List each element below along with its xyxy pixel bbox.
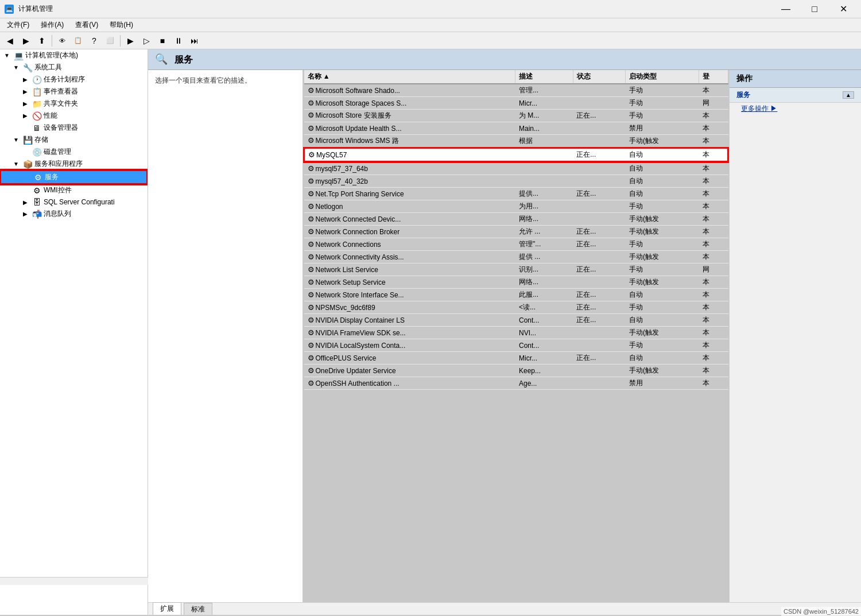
table-row[interactable]: ⚙Network Store Interface Se...此服...正在...… <box>304 289 728 301</box>
table-row[interactable]: ⚙Microsoft Windows SMS 路根据手动(触发本 <box>304 135 728 148</box>
action-sub-label: 服务 <box>736 90 750 100</box>
expand-wmi[interactable] <box>21 186 30 195</box>
expand-tasks[interactable]: ▶ <box>21 75 30 84</box>
left-scrollbar[interactable] <box>0 577 148 585</box>
up-button[interactable]: ⬆ <box>34 34 49 48</box>
expand-root[interactable]: ▼ <box>2 51 11 60</box>
action-expand-button[interactable]: ▲ <box>843 91 854 99</box>
table-row[interactable]: ⚙OpenSSH Authentication ...Age...禁用本 <box>304 377 728 390</box>
expand-events[interactable]: ▶ <box>21 87 30 96</box>
gear-icon: ⚙ <box>308 290 315 299</box>
table-row[interactable]: ⚙Network Setup Service网络...手动(触发本 <box>304 276 728 289</box>
col-header-status[interactable]: 状态 <box>573 70 626 84</box>
play-button[interactable]: ▶ <box>123 34 138 48</box>
service-desc-cell <box>515 148 573 162</box>
service-desc-cell: Age... <box>515 377 573 390</box>
tree-item-msmq[interactable]: ▶ 📬 消息队列 <box>0 208 148 220</box>
table-row[interactable]: ⚙Network Connectivity Assis...提供 ...手动(触… <box>304 251 728 264</box>
tree-item-services[interactable]: ⚙ 服务 <box>0 170 148 184</box>
table-row[interactable]: ⚙mysql57_40_32b自动本 <box>304 175 728 188</box>
table-row[interactable]: ⚙NVIDIA FrameView SDK se...NVI...手动(触发本 <box>304 327 728 339</box>
expand-device[interactable] <box>21 123 30 133</box>
tree-item-performance[interactable]: ▶ 🚫 性能 <box>0 110 148 122</box>
gear-icon: ⚙ <box>308 86 315 95</box>
help-button[interactable]: ? <box>87 34 102 48</box>
table-row[interactable]: ⚙MySQL57正在...自动本 <box>304 148 728 162</box>
tab-extend[interactable]: 扩展 <box>153 602 181 615</box>
tree-item-disk[interactable]: 💿 磁盘管理 <box>0 146 148 158</box>
tree-item-device[interactable]: 🖥 设备管理器 <box>0 122 148 134</box>
stop-button[interactable]: ■ <box>155 34 170 48</box>
expand-storage[interactable]: ▼ <box>11 135 21 145</box>
title-bar: 💻 计算机管理 — □ ✕ <box>0 0 861 18</box>
properties-button[interactable]: ⬜ <box>103 34 118 48</box>
table-row[interactable]: ⚙Network Connection Broker允许 ...正在...手动(… <box>304 226 728 238</box>
col-header-startup[interactable]: 启动类型 <box>626 70 699 84</box>
tab-standard[interactable]: 标准 <box>184 603 212 615</box>
separator-2 <box>120 35 121 47</box>
gear-icon: ⚙ <box>308 124 315 133</box>
table-row[interactable]: ⚙Microsoft Storage Spaces S...Micr...手动网 <box>304 97 728 110</box>
menu-bar: 文件(F) 操作(A) 查看(V) 帮助(H) <box>0 18 861 32</box>
service-desc-cell <box>515 175 573 188</box>
service-name: Microsoft Update Health S... <box>316 125 402 133</box>
expand-shared[interactable]: ▶ <box>21 99 30 109</box>
menu-view[interactable]: 查看(V) <box>71 19 103 31</box>
table-row[interactable]: ⚙NVIDIA Display Container LSCont...正在...… <box>304 314 728 327</box>
export-button[interactable]: 📋 <box>71 34 86 48</box>
tree-item-root[interactable]: ▼ 💻 计算机管理(本地) <box>0 49 148 61</box>
tree-item-shared[interactable]: ▶ 📁 共享文件夹 <box>0 98 148 110</box>
show-hide-button[interactable]: 👁 <box>55 34 69 48</box>
forward-button[interactable]: ▶ <box>18 34 33 48</box>
tree-item-events[interactable]: ▶ 📋 事件查看器 <box>0 86 148 98</box>
tree-item-wmi[interactable]: ⚙ WMI控件 <box>0 184 148 196</box>
service-name-cell: ⚙OfficePLUS Service <box>304 352 515 365</box>
table-row[interactable]: ⚙Microsoft Software Shado...管理...手动本 <box>304 84 728 97</box>
pause-button[interactable]: ⏸ <box>171 34 186 48</box>
menu-file[interactable]: 文件(F) <box>2 19 34 31</box>
tree-item-services-root[interactable]: ▼ 📦 服务和应用程序 <box>0 158 148 170</box>
table-row[interactable]: ⚙Netlogon为用...手动本 <box>304 200 728 213</box>
play-right-button[interactable]: ▷ <box>139 34 154 48</box>
table-row[interactable]: ⚙OneDrive Updater ServiceKeep...手动(触发本 <box>304 365 728 377</box>
tree-item-tasks[interactable]: ▶ 🕐 任务计划程序 <box>0 73 148 86</box>
expand-perf[interactable]: ▶ <box>21 111 30 121</box>
expand-msmq[interactable]: ▶ <box>21 210 30 219</box>
expand-services-root[interactable]: ▼ <box>11 160 21 169</box>
service-name: OpenSSH Authentication ... <box>316 379 400 388</box>
action-more-button[interactable]: 更多操作 ▶ <box>730 103 861 115</box>
expand-sql[interactable]: ▶ <box>21 197 30 207</box>
back-button[interactable]: ◀ <box>2 34 17 48</box>
minimize-button[interactable]: — <box>773 0 799 18</box>
table-row[interactable]: ⚙Net.Tcp Port Sharing Service提供...正在...自… <box>304 188 728 200</box>
table-row[interactable]: ⚙Microsoft Store 安装服务为 M...正在...手动本 <box>304 110 728 122</box>
tree-item-storage[interactable]: ▼ 💾 存储 <box>0 134 148 146</box>
expand-disk[interactable] <box>21 148 30 157</box>
col-header-login[interactable]: 登 <box>699 70 728 84</box>
service-desc-cell: Micr... <box>515 97 573 110</box>
tree-item-system-tools[interactable]: ▼ 🔧 系统工具 <box>0 61 148 73</box>
maximize-button[interactable]: □ <box>801 0 828 18</box>
service-login-cell: 网 <box>699 97 728 110</box>
skip-button[interactable]: ⏭ <box>187 34 202 48</box>
close-button[interactable]: ✕ <box>830 0 856 18</box>
service-name-cell: ⚙NVIDIA LocalSystem Conta... <box>304 339 515 352</box>
table-row[interactable]: ⚙Network Connected Devic...网络...手动(触发本 <box>304 213 728 226</box>
table-row[interactable]: ⚙mysql57_37_64b自动本 <box>304 162 728 175</box>
tree-item-sql[interactable]: ▶ 🗄 SQL Server Configurati <box>0 196 148 208</box>
col-header-desc[interactable]: 描述 <box>515 70 573 84</box>
col-header-name[interactable]: 名称 ▲ <box>304 70 515 84</box>
expand-system[interactable]: ▼ <box>11 63 21 72</box>
table-row[interactable]: ⚙NPSMSvc_9dc6f89<读...正在...手动本 <box>304 301 728 314</box>
menu-action[interactable]: 操作(A) <box>36 19 68 31</box>
service-name: Network Connected Devic... <box>316 215 401 223</box>
table-row[interactable]: ⚙NVIDIA LocalSystem Conta...Cont...手动本 <box>304 339 728 352</box>
table-row[interactable]: ⚙Network List Service识别...正在...手动网 <box>304 264 728 276</box>
menu-help[interactable]: 帮助(H) <box>105 19 138 31</box>
table-row[interactable]: ⚙OfficePLUS ServiceMicr...正在...自动本 <box>304 352 728 365</box>
services-table-area[interactable]: 名称 ▲ 描述 状态 启动类型 登 ⚙Microsoft Software Sh… <box>303 70 729 602</box>
expand-services[interactable] <box>22 173 31 182</box>
table-row[interactable]: ⚙Microsoft Update Health S...Main...禁用本 <box>304 122 728 135</box>
gear-icon: ⚙ <box>308 366 315 375</box>
table-row[interactable]: ⚙Network Connections管理"...正在...手动本 <box>304 238 728 251</box>
